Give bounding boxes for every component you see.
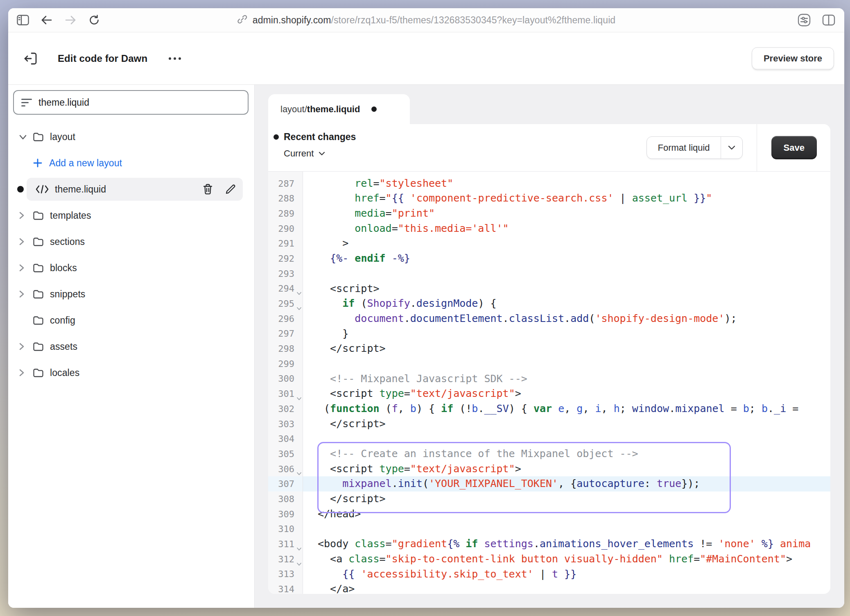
code-line-310[interactable]: 310 [268,522,830,537]
preview-store-button[interactable]: Preview store [752,47,834,70]
sidebar-item-layout[interactable]: layout [8,124,254,150]
code-fold-icon[interactable] [296,307,302,310]
code-line-302[interactable]: 302 (function (f, b) { if (!b.__SV) { va… [268,401,830,417]
chevron-right-icon[interactable] [18,368,25,377]
sidebar-item-locales[interactable]: locales [8,360,254,386]
more-actions-icon[interactable] [165,53,185,64]
code-line-309[interactable]: 309</head> [268,507,830,522]
back-button[interactable] [38,11,56,29]
file-search-box[interactable] [13,90,249,115]
version-dropdown[interactable]: Current [284,148,356,159]
sidebar-item-snippets[interactable]: snippets [8,281,254,307]
chevron-right-icon[interactable] [18,211,25,220]
code-line-314[interactable]: 314 </a> [268,582,830,594]
code-line-306[interactable]: 306 <script type="text/javascript"> [268,462,830,477]
code-line-311[interactable]: 311<body class="gradient{% if settings.a… [268,537,830,552]
browser-toolbar: admin.shopify.com/store/rzq1xu-f5/themes… [8,8,844,32]
save-button[interactable]: Save [771,136,817,159]
delete-file-icon[interactable] [202,183,213,195]
sidebar-item-assets[interactable]: assets [8,333,254,360]
tab-theme-liquid[interactable]: layout/theme.liquid [268,94,410,124]
tab-directory-label: layout/ [280,104,307,115]
rename-file-icon[interactable] [225,183,236,195]
format-liquid-button[interactable]: Format liquid [647,136,742,159]
code-line-301[interactable]: 301 <script type="text/javascript"> [268,386,830,401]
exit-editor-icon[interactable] [22,50,40,68]
code-text: <script type="text/javascript"> [303,462,521,477]
code-line-300[interactable]: 300 <!-- Mixpanel Javascript SDK --> [268,371,830,387]
sidebar-item-label: sections [50,236,85,247]
editor-toolbar: Recent changes Current Format liquid [268,124,830,172]
code-line-312[interactable]: 312 <a class="skip-to-content-link butto… [268,552,830,567]
code-line-307[interactable]: 307 mixpanel.init('YOUR_MIXPANEL_TOKEN',… [268,476,830,491]
code-text: {{ 'accessibility.skip_to_text' | t }} [303,567,576,582]
address-bar[interactable]: admin.shopify.com/store/rzq1xu-f5/themes… [237,8,615,32]
code-line-296[interactable]: 296 document.documentElement.classList.a… [268,311,830,326]
code-line-287[interactable]: 287 rel="stylesheet" [268,176,830,191]
sidebar-item-sections[interactable]: sections [8,229,254,255]
code-line-290[interactable]: 290 onload="this.media='all'" [268,221,830,236]
code-line-313[interactable]: 313 {{ 'accessibility.skip_to_text' | t … [268,567,830,582]
sidebar-item-theme-liquid[interactable]: theme.liquid [8,176,254,202]
line-number-gutter: 307 [268,476,303,491]
split-view-icon[interactable] [820,11,838,29]
code-line-289[interactable]: 289 media="print" [268,206,830,221]
code-line-294[interactable]: 294 <script> [268,281,830,297]
line-number: 286 [278,172,303,174]
sidebar-item-blocks[interactable]: blocks [8,255,254,281]
chevron-right-icon[interactable] [18,342,25,351]
code-text: href="{{ 'component-predictive-search.cs… [303,191,712,206]
code-line-293[interactable]: 293 [268,266,830,281]
file-search-input[interactable] [38,97,248,109]
line-number-gutter: 295 [268,296,303,311]
code-line-295[interactable]: 295 if (Shopify.designMode) { [268,296,830,311]
code-text: mixpanel.init('YOUR_MIXPANEL_TOKEN', {au… [303,476,700,491]
reload-button[interactable] [85,11,103,29]
line-number-gutter: 293 [268,266,303,281]
code-line-303[interactable]: 303 </script> [268,417,830,432]
sidebar-add-new-layout[interactable]: Add a new layout [8,150,254,176]
code-area[interactable]: 286 <link287 rel="stylesheet"288 href="{… [268,172,830,594]
code-fold-icon[interactable] [296,472,302,476]
code-text: <!-- Create an instance of the Mixpanel … [303,446,638,462]
code-fold-icon[interactable] [296,397,302,401]
code-fold-icon[interactable] [296,292,302,295]
line-number-gutter: 286 [268,172,303,176]
code-text: <script> [303,281,380,297]
code-line-286[interactable]: 286 <link [268,172,830,176]
sidebar-item-templates[interactable]: templates [8,202,254,229]
line-number-gutter: 305 [268,446,303,462]
code-line-299[interactable]: 299 [268,356,830,371]
line-number: 310 [278,524,303,534]
line-number: 297 [278,328,303,339]
format-options-caret[interactable] [721,137,742,159]
sidebar-item-label: config [50,315,75,326]
code-text: onload="this.media='all'" [303,221,509,236]
line-number-gutter: 312 [268,552,303,567]
code-line-288[interactable]: 288 href="{{ 'component-predictive-searc… [268,191,830,206]
code-line-304[interactable]: 304 [268,431,830,446]
sidebar-item-config[interactable]: config [8,307,254,333]
line-number: 303 [278,419,303,429]
app-header: Edit code for Dawn Preview store [8,32,844,85]
line-number: 293 [278,269,303,279]
code-line-308[interactable]: 308 </script> [268,491,830,507]
chevron-right-icon[interactable] [18,290,25,299]
code-fold-icon[interactable] [296,562,302,566]
code-fold-icon[interactable] [296,547,302,551]
chevron-right-icon[interactable] [18,237,25,246]
chevron-right-icon[interactable] [18,263,25,272]
chevron-down-icon[interactable] [18,134,27,140]
code-line-298[interactable]: 298 </script> [268,341,830,356]
code-text: <a class="skip-to-content-link button vi… [303,552,792,567]
browser-settings-icon[interactable] [795,11,813,29]
line-number: 309 [278,509,303,519]
line-number-gutter: 290 [268,221,303,236]
sidebar-toggle-icon[interactable] [14,11,32,29]
code-line-305[interactable]: 305 <!-- Create an instance of the Mixpa… [268,446,830,462]
code-line-292[interactable]: 292 {%- endif -%} [268,251,830,266]
forward-button[interactable] [61,11,79,29]
code-line-291[interactable]: 291 > [268,236,830,251]
line-number-gutter: 296 [268,311,303,326]
code-line-297[interactable]: 297 } [268,326,830,342]
